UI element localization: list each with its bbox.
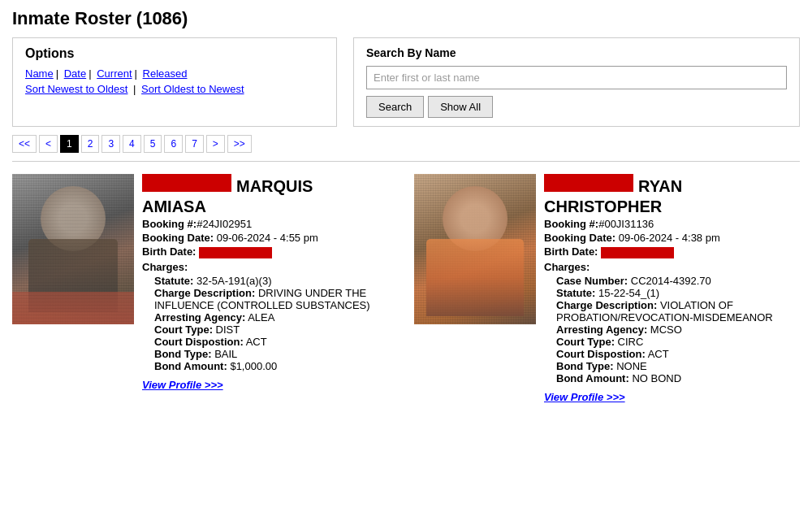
options-heading: Options xyxy=(25,46,324,61)
search-input[interactable] xyxy=(366,66,787,89)
pagination-next[interactable]: > xyxy=(206,135,225,153)
pagination-page-2[interactable]: 2 xyxy=(81,135,100,153)
inmate-card-2: RYAN CHRISTOPHER Booking #:#00JI31136 Bo… xyxy=(414,174,800,411)
pagination-page-5[interactable]: 5 xyxy=(144,135,162,153)
bond-type-value-2: NONE xyxy=(616,360,647,372)
name-redacted-1 xyxy=(142,174,231,192)
filter-released-link[interactable]: Released xyxy=(143,67,188,80)
pagination-last[interactable]: >> xyxy=(227,135,252,153)
search-box: Search By Name Search Show All xyxy=(353,37,800,127)
pagination: << < 1 2 3 4 5 6 7 > >> xyxy=(12,135,800,153)
bond-amount-value-1: $1,000.00 xyxy=(230,360,277,372)
statute-value-1: 32-5A-191(a)(3) xyxy=(197,275,272,287)
court-disposition-value-2: ACT xyxy=(648,348,669,360)
inmate-booking-date-row-1: Booking Date: 09-06-2024 - 4:55 pm xyxy=(142,232,398,244)
search-buttons: Search Show All xyxy=(366,96,787,118)
charges-section-2: Charges: Case Number: CC2014-4392.70 Sta… xyxy=(544,261,800,384)
inmate-booking-number-row-2: Booking #:#00JI31136 xyxy=(544,218,800,230)
filter-date-link[interactable]: Date xyxy=(64,67,86,80)
inmates-grid: MARQUIS AMIASA Booking #:#24JI02951 Book… xyxy=(12,174,800,411)
inmate-booking-number-2: #00JI31136 xyxy=(598,218,654,230)
inmate-name-row-2: RYAN xyxy=(544,174,800,196)
search-button[interactable]: Search xyxy=(366,96,424,118)
charge-statute-row-1: Statute: 32-5A-191(a)(3) xyxy=(154,275,398,287)
bond-amount-row-2: Bond Amount: NO BOND xyxy=(556,372,800,384)
court-type-value-2: CIRC xyxy=(618,336,644,348)
charge-desc-label-1: Charge Description: xyxy=(154,287,255,299)
bond-amount-label-1: Bond Amount: xyxy=(154,360,227,372)
arresting-agency-row-1: Arresting Agency: ALEA xyxy=(154,311,398,323)
charge-desc-row-2: Charge Description: VIOLATION OF PROBATI… xyxy=(556,299,800,323)
filter-name-link[interactable]: Name xyxy=(25,67,54,80)
bond-amount-row-1: Bond Amount: $1,000.00 xyxy=(154,360,398,372)
case-number-label-2: Case Number: xyxy=(556,275,628,287)
inmate-info-1: MARQUIS AMIASA Booking #:#24JI02951 Book… xyxy=(142,174,398,403)
arresting-agency-row-2: Arresting Agency: MCSO xyxy=(556,323,800,336)
birth-date-redacted-1 xyxy=(199,247,272,258)
booking-number-label-1: Booking #: xyxy=(142,218,197,230)
inmate-booking-date-1: 09-06-2024 - 4:55 pm xyxy=(217,232,318,244)
charge-desc-label-2: Charge Description: xyxy=(556,299,657,311)
statute-label-2: Statute: xyxy=(556,287,595,299)
pagination-page-4[interactable]: 4 xyxy=(123,135,141,153)
inmate-photo-placeholder-1 xyxy=(12,174,134,324)
bond-type-label-1: Bond Type: xyxy=(154,348,212,360)
inmate-photo-1 xyxy=(12,174,134,324)
statute-value-2: 15-22-54_(1) xyxy=(598,287,659,299)
charge-detail-2: Case Number: CC2014-4392.70 Statute: 15-… xyxy=(556,275,800,384)
statute-label-1: Statute: xyxy=(154,275,193,287)
view-profile-link-2[interactable]: View Profile >>> xyxy=(544,391,625,403)
pagination-page-3[interactable]: 3 xyxy=(102,135,120,153)
pagination-first[interactable]: << xyxy=(12,135,37,153)
sort-newest-link[interactable]: Sort Newest to Oldest xyxy=(25,83,127,95)
case-number-row-2: Case Number: CC2014-4392.70 xyxy=(556,275,800,287)
birth-date-label-2: Birth Date: xyxy=(544,245,598,258)
inmate-booking-date-row-2: Booking Date: 09-06-2024 - 4:38 pm xyxy=(544,232,800,244)
charge-statute-row-2: Statute: 15-22-54_(1) xyxy=(556,287,800,299)
court-disposition-value-1: ACT xyxy=(246,336,267,348)
charges-label-2: Charges: xyxy=(544,261,590,273)
inmate-firstname-2: RYAN xyxy=(638,177,682,196)
charges-section-1: Charges: Statute: 32-5A-191(a)(3) Charge… xyxy=(142,261,398,372)
show-all-button[interactable]: Show All xyxy=(428,96,493,118)
pagination-prev[interactable]: < xyxy=(39,135,58,153)
filter-current-link[interactable]: Current xyxy=(97,67,132,80)
inmate-lastname-2: CHRISTOPHER xyxy=(544,198,800,216)
charge-desc-row-1: Charge Description: DRIVING UNDER THE IN… xyxy=(154,287,398,311)
options-box: Options Name| Date| Current| Released So… xyxy=(12,37,337,127)
options-sort-links: Sort Newest to Oldest | Sort Oldest to N… xyxy=(25,83,324,95)
bond-type-row-1: Bond Type: BAIL xyxy=(154,348,398,360)
inmate-firstname-1: MARQUIS xyxy=(236,177,313,196)
sort-oldest-link[interactable]: Sort Oldest to Newest xyxy=(141,83,244,95)
bond-type-label-2: Bond Type: xyxy=(556,360,614,372)
court-type-row-1: Court Type: DIST xyxy=(154,323,398,336)
court-disposition-row-2: Court Dispostion: ACT xyxy=(556,348,800,360)
court-type-row-2: Court Type: CIRC xyxy=(556,336,800,348)
view-profile-link-1[interactable]: View Profile >>> xyxy=(142,379,223,391)
bond-type-row-2: Bond Type: NONE xyxy=(556,360,800,372)
booking-date-label-2: Booking Date: xyxy=(544,232,615,244)
court-type-value-1: DIST xyxy=(216,323,240,336)
charge-detail-1: Statute: 32-5A-191(a)(3) Charge Descript… xyxy=(154,275,398,372)
court-type-label-2: Court Type: xyxy=(556,336,615,348)
pagination-page-1[interactable]: 1 xyxy=(60,135,79,153)
birth-date-label-1: Birth Date: xyxy=(142,245,196,258)
pagination-page-7[interactable]: 7 xyxy=(185,135,204,153)
arresting-agency-label-2: Arresting Agency: xyxy=(556,323,647,336)
court-type-label-1: Court Type: xyxy=(154,323,213,336)
court-disposition-label-2: Court Dispostion: xyxy=(556,348,646,360)
name-redacted-2 xyxy=(544,174,633,192)
court-disposition-row-1: Court Dispostion: ACT xyxy=(154,336,398,348)
divider xyxy=(12,161,800,162)
bond-amount-label-2: Bond Amount: xyxy=(556,372,629,384)
inmate-birth-date-row-2: Birth Date: xyxy=(544,245,800,258)
arresting-agency-value-2: MCSO xyxy=(650,323,682,336)
inmate-card-1: MARQUIS AMIASA Booking #:#24JI02951 Book… xyxy=(12,174,398,411)
bond-amount-value-2: NO BOND xyxy=(632,372,681,384)
arresting-agency-value-1: ALEA xyxy=(248,311,274,323)
court-disposition-label-1: Court Dispostion: xyxy=(154,336,244,348)
inmate-booking-date-2: 09-06-2024 - 4:38 pm xyxy=(619,232,720,244)
bond-type-value-1: BAIL xyxy=(214,348,237,360)
inmate-booking-number-row-1: Booking #:#24JI02951 xyxy=(142,218,398,230)
pagination-page-6[interactable]: 6 xyxy=(164,135,183,153)
